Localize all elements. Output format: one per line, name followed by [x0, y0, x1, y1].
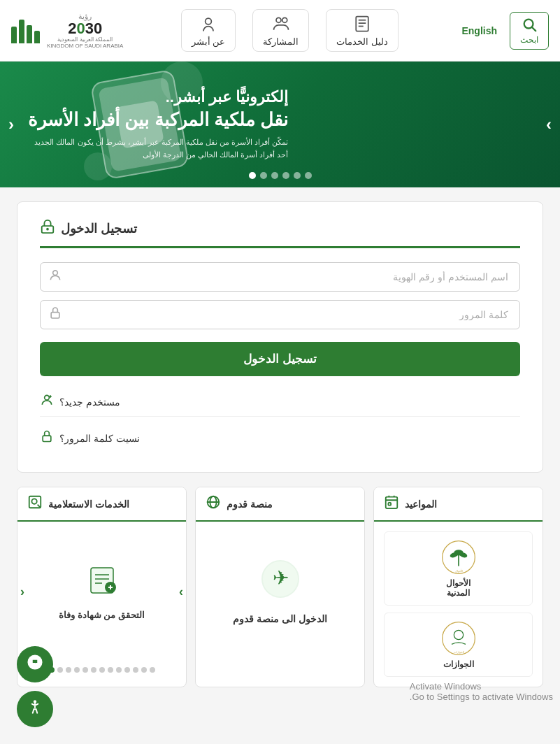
banner: ‹ إلكترونيًّا عبر أبشر.. نقل ملكية المرك…: [0, 62, 560, 187]
inquiry-card-body: ‹ التحقق من شهادة وفاة: [17, 522, 186, 661]
username-input[interactable]: [40, 262, 520, 292]
svg-point-11: [53, 271, 58, 276]
people-icon: [271, 14, 291, 34]
inquiry-dot-1[interactable]: [150, 667, 155, 673]
arrival-platform-header: منصة قدوم: [196, 487, 364, 522]
vision-logo: رؤية 2030 المملكة العربية السعوديةKINGDO…: [47, 12, 123, 49]
svg-text:✈: ✈: [272, 567, 288, 589]
svg-rect-17: [386, 497, 398, 509]
login-header: تسجيل الدخول: [40, 219, 520, 248]
banner-dots: [249, 172, 312, 179]
appointments-icon: [384, 494, 399, 513]
inquiry-dot-7[interactable]: [99, 667, 105, 673]
svg-text:الجوازات: الجوازات: [453, 650, 464, 654]
inquiry-services-icon: [27, 494, 43, 513]
svg-point-37: [31, 499, 36, 503]
header-nav: دليل الخدمات المشاركة عن أبشر: [181, 9, 399, 52]
svg-point-29: [454, 630, 463, 639]
svg-point-6: [276, 17, 281, 22]
new-user-label: مستخدم جديد؟: [59, 396, 120, 408]
new-user-icon: [40, 393, 54, 410]
inquiry-dot-2[interactable]: [141, 667, 147, 673]
inquiry-dot-8[interactable]: [91, 667, 96, 673]
login-icon: [40, 219, 55, 238]
vision-sub-text: المملكة العربية السعوديةKINGDOM OF SAUDI…: [47, 36, 123, 49]
chat-icon: [26, 653, 44, 675]
inquiry-dot-3[interactable]: [133, 667, 138, 673]
language-button[interactable]: English: [456, 22, 503, 39]
inquiry-services-title: الخدمات الاستعلامية: [48, 499, 129, 510]
service-grid: المواعيد: [17, 487, 543, 687]
banner-dot-4[interactable]: [271, 172, 278, 179]
nav-absher[interactable]: عن أبشر: [181, 9, 236, 52]
svg-rect-12: [51, 313, 59, 318]
inquiry-dot-5[interactable]: [116, 667, 122, 673]
nav-services-guide[interactable]: دليل الخدمات: [326, 9, 399, 52]
nav-participation-label: المشاركة: [263, 36, 299, 47]
stats-icon: [11, 18, 40, 43]
accessibility-icon: [26, 698, 44, 720]
arrival-platform-card: منصة قدوم ✈ الدخول الى منصة قدوم: [195, 487, 365, 687]
nav-participation[interactable]: المشاركة: [252, 9, 309, 52]
inquiry-dot-10[interactable]: [74, 667, 80, 673]
banner-description: تمكّن أفراد الأسرة من نقل ملكية المركبة …: [28, 136, 288, 161]
banner-dot-3[interactable]: [282, 172, 289, 179]
banner-next-button[interactable]: ›: [546, 115, 552, 134]
svg-point-8: [206, 18, 212, 24]
book-icon: [352, 14, 372, 34]
banner-title-top: إلكترونيًّا عبر أبشر..: [28, 88, 288, 106]
search-button[interactable]: ابحث: [510, 12, 549, 50]
inquiry-dot-11[interactable]: [66, 667, 71, 673]
new-user-link[interactable]: مستخدم جديد؟: [40, 387, 520, 417]
login-button-label: تسجيل الدخول: [243, 352, 317, 366]
inquiry-item[interactable]: التحقق من شهادة وفاة: [17, 550, 186, 634]
vision-2030-text: 2030: [68, 21, 102, 36]
inquiry-services-header: الخدمات الاستعلامية: [17, 487, 186, 522]
main-content: تسجيل الدخول: [0, 187, 560, 715]
banner-dot-6[interactable]: [249, 172, 256, 179]
fab-container: [17, 646, 53, 727]
password-input[interactable]: [40, 300, 520, 329]
inquiry-label: التحقق من شهادة وفاة: [59, 610, 145, 620]
appointment-items: الأحوال الأحوالالمدنية: [384, 531, 533, 677]
appointment-passports[interactable]: الجوازات الجوازات: [384, 613, 533, 677]
appointment-civil-affairs[interactable]: الأحوال الأحوالالمدنية: [384, 531, 533, 606]
appointments-card: المواعيد: [373, 487, 543, 687]
chat-fab-button[interactable]: [17, 646, 53, 682]
header-left: ابحث English: [456, 12, 549, 50]
language-label: English: [461, 25, 497, 36]
inquiry-dot-12[interactable]: [57, 667, 63, 673]
banner-title-main: نقل ملكية المركبة بين أفراد الأسرة: [28, 109, 288, 131]
appointments-card-body: الأحوال الأحوالالمدنية: [374, 522, 543, 687]
nav-absher-label: عن أبشر: [192, 36, 226, 47]
civil-affairs-logo: الأحوال: [440, 539, 477, 575]
arrival-card-body[interactable]: ✈ الدخول الى منصة قدوم: [196, 522, 364, 661]
username-input-group: [40, 262, 520, 292]
svg-point-10: [47, 229, 48, 230]
svg-point-13: [45, 395, 50, 400]
inquiry-dot-6[interactable]: [108, 667, 113, 673]
svg-point-7: [282, 17, 287, 22]
svg-line-38: [38, 505, 41, 508]
plane-icon: ✈: [261, 559, 300, 606]
banner-dot-5[interactable]: [260, 172, 267, 179]
banner-prev-button[interactable]: ‹: [8, 115, 14, 134]
banner-dot-1[interactable]: [305, 172, 312, 179]
accessibility-fab-button[interactable]: [17, 691, 53, 727]
inquiry-prev-button[interactable]: ‹: [20, 585, 24, 599]
inquiry-dot-9[interactable]: [82, 667, 88, 673]
svg-rect-16: [43, 436, 51, 441]
login-title: تسجيل الدخول: [61, 221, 137, 236]
inquiry-next-button[interactable]: ›: [179, 585, 183, 599]
login-button[interactable]: تسجيل الدخول: [40, 342, 520, 376]
svg-rect-21: [388, 503, 391, 506]
absher-icon: [199, 14, 218, 34]
header: ابحث English دليل الخدمات المشاركة: [0, 0, 560, 62]
forgot-password-link[interactable]: نسيت كلمة المرور؟: [40, 424, 520, 452]
inquiry-dot-4[interactable]: [124, 667, 130, 673]
login-card: تسجيل الدخول: [17, 201, 543, 473]
civil-affairs-label: الأحوالالمدنية: [446, 578, 471, 598]
password-input-group: [40, 300, 520, 329]
banner-dot-2[interactable]: [294, 172, 301, 179]
appointments-card-header: المواعيد: [374, 487, 543, 522]
